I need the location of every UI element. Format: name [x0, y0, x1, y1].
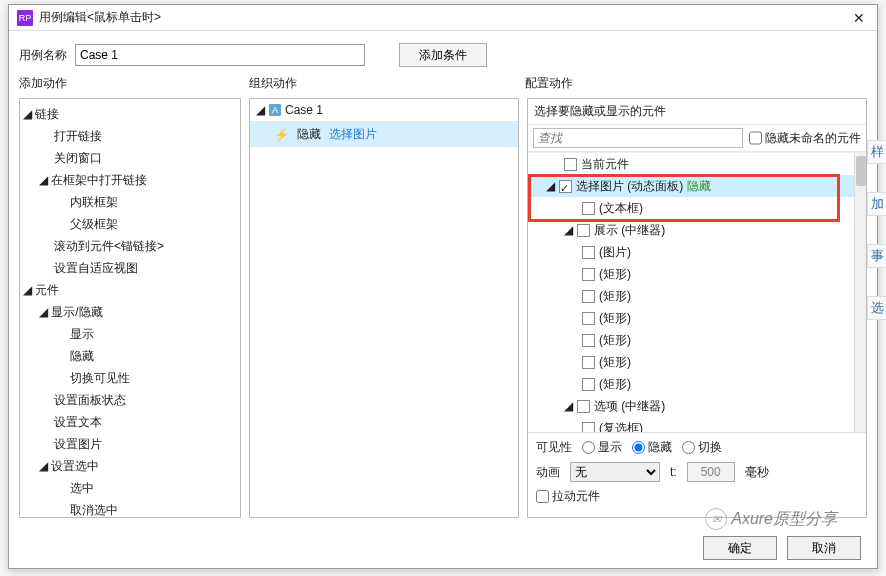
widget-checkbox[interactable] — [559, 180, 572, 193]
chevron-down-icon[interactable]: ◢ — [22, 103, 32, 125]
tree-unselect[interactable]: 取消选中 — [70, 503, 118, 517]
widget-label: (文本框) — [599, 197, 643, 219]
widget-checkbox[interactable] — [582, 312, 595, 325]
ok-button[interactable]: 确定 — [703, 536, 777, 560]
widget-row[interactable]: (矩形) — [528, 285, 854, 307]
dialog-title: 用例编辑<鼠标单击时> — [39, 9, 843, 26]
chevron-down-icon[interactable]: ◢ — [546, 175, 555, 197]
dialog-footer: 确定 取消 — [703, 536, 861, 560]
tree-hide[interactable]: 隐藏 — [70, 349, 94, 363]
t-label: t: — [670, 465, 677, 479]
tree-link[interactable]: 链接 — [35, 107, 59, 121]
organize-panel: ◢ A Case 1 ⚡ 隐藏 选择图片 — [249, 98, 519, 518]
chevron-down-icon[interactable]: ◢ — [256, 103, 265, 117]
widget-checkbox[interactable] — [582, 268, 595, 281]
duration-input[interactable] — [687, 462, 735, 482]
chevron-down-icon[interactable]: ◢ — [38, 455, 48, 477]
chevron-down-icon[interactable]: ◢ — [564, 395, 573, 417]
push-widgets-checkbox[interactable]: 拉动元件 — [536, 488, 600, 505]
widget-row[interactable]: 当前元件 — [528, 153, 854, 175]
add-condition-button[interactable]: 添加条件 — [399, 43, 487, 67]
case-name-label: 用例名称 — [19, 47, 67, 64]
search-input[interactable] — [533, 128, 743, 148]
widget-row[interactable]: (矩形) — [528, 351, 854, 373]
widget-label: (矩形) — [599, 285, 631, 307]
widget-row[interactable]: (矩形) — [528, 329, 854, 351]
close-icon[interactable]: ✕ — [843, 10, 875, 26]
tree-show[interactable]: 显示 — [70, 327, 94, 341]
tree-open-in-frame[interactable]: 在框架中打开链接 — [51, 173, 147, 187]
widget-row[interactable]: (矩形) — [528, 373, 854, 395]
tree-widget[interactable]: 元件 — [35, 283, 59, 297]
tree-toggle-vis[interactable]: 切换可见性 — [70, 371, 130, 385]
chevron-down-icon[interactable]: ◢ — [22, 279, 32, 301]
widget-checkbox[interactable] — [582, 290, 595, 303]
widget-label: (矩形) — [599, 373, 631, 395]
tree-show-hide[interactable]: 显示/隐藏 — [51, 305, 102, 319]
animation-select[interactable]: 无 — [570, 462, 660, 482]
tree-set-text[interactable]: 设置文本 — [54, 415, 102, 429]
action-tree[interactable]: ◢ 链接 打开链接 关闭窗口 ◢ 在框架中打开链接 内联框架 父级框架 滚动到元… — [20, 99, 240, 518]
widget-label: 展示 (中继器) — [594, 219, 665, 241]
scrollbar-thumb[interactable] — [856, 156, 866, 186]
case-icon: A — [269, 104, 281, 116]
widget-state: 隐藏 — [687, 175, 711, 197]
chevron-down-icon[interactable]: ◢ — [564, 219, 573, 241]
tree-close-window[interactable]: 关闭窗口 — [54, 151, 102, 165]
options: 可见性 显示 隐藏 切换 动画 无 t: 毫秒 拉动元件 — [528, 432, 866, 517]
widget-checkbox[interactable] — [577, 400, 590, 413]
widget-row[interactable]: ◢ 选项 (中继器) — [528, 395, 854, 417]
radio-toggle[interactable]: 切换 — [682, 439, 722, 456]
widget-label: 当前元件 — [581, 153, 629, 175]
titlebar: RP 用例编辑<鼠标单击时> ✕ — [9, 5, 877, 31]
chevron-down-icon[interactable]: ◢ — [38, 169, 48, 191]
tree-inline-frame[interactable]: 内联框架 — [70, 195, 118, 209]
widget-row[interactable]: (矩形) — [528, 307, 854, 329]
case-name-input[interactable] — [75, 44, 365, 66]
tree-adaptive-view[interactable]: 设置自适应视图 — [54, 261, 138, 275]
widget-checkbox[interactable] — [564, 158, 577, 171]
widget-row[interactable]: (矩形) — [528, 263, 854, 285]
widget-label: (矩形) — [599, 329, 631, 351]
section-add-action: 添加动作 — [19, 75, 249, 92]
action-name: 隐藏 — [297, 126, 321, 143]
case-editor-dialog: RP 用例编辑<鼠标单击时> ✕ 用例名称 添加条件 添加动作 组织动作 配置动… — [8, 4, 878, 569]
widget-checkbox[interactable] — [582, 378, 595, 391]
widget-checkbox[interactable] — [577, 224, 590, 237]
widget-row[interactable]: (图片) — [528, 241, 854, 263]
lightning-icon: ⚡ — [274, 128, 289, 142]
tree-set-image[interactable]: 设置图片 — [54, 437, 102, 451]
ms-label: 毫秒 — [745, 464, 769, 481]
widget-label: (矩形) — [599, 307, 631, 329]
widget-row[interactable]: ◢ 展示 (中继器) — [528, 219, 854, 241]
tree-select[interactable]: 选中 — [70, 481, 94, 495]
widget-list[interactable]: 当前元件◢ 选择图片 (动态面板) 隐藏 (文本框)◢ 展示 (中继器) (图片… — [528, 153, 854, 432]
radio-show[interactable]: 显示 — [582, 439, 622, 456]
tree-scroll-anchor[interactable]: 滚动到元件<锚链接> — [54, 239, 164, 253]
animation-label: 动画 — [536, 464, 560, 481]
widget-checkbox[interactable] — [582, 422, 595, 433]
section-configure: 配置动作 — [525, 75, 867, 92]
widget-row[interactable]: ◢ 选择图片 (动态面板) 隐藏 — [528, 175, 854, 197]
chevron-down-icon[interactable]: ◢ — [38, 301, 48, 323]
widget-checkbox[interactable] — [582, 356, 595, 369]
case-name-row: 用例名称 添加条件 — [9, 31, 877, 75]
tree-parent-frame[interactable]: 父级框架 — [70, 217, 118, 231]
cancel-button[interactable]: 取消 — [787, 536, 861, 560]
configure-header: 选择要隐藏或显示的元件 — [528, 99, 866, 125]
radio-hide[interactable]: 隐藏 — [632, 439, 672, 456]
action-target: 选择图片 — [329, 126, 377, 143]
case-row[interactable]: ◢ A Case 1 — [250, 99, 518, 122]
tree-set-selected[interactable]: 设置选中 — [51, 459, 99, 473]
configure-panel: 选择要隐藏或显示的元件 隐藏未命名的元件 当前元件◢ 选择图片 (动态面板) 隐… — [527, 98, 867, 518]
widget-checkbox[interactable] — [582, 202, 595, 215]
widget-row[interactable]: (文本框) — [528, 197, 854, 219]
action-row[interactable]: ⚡ 隐藏 选择图片 — [250, 122, 518, 147]
tree-panel-state[interactable]: 设置面板状态 — [54, 393, 126, 407]
widget-row[interactable]: (复选框) — [528, 417, 854, 432]
widget-checkbox[interactable] — [582, 334, 595, 347]
hide-unnamed-checkbox[interactable]: 隐藏未命名的元件 — [749, 128, 861, 148]
widget-checkbox[interactable] — [582, 246, 595, 259]
tree-open-link[interactable]: 打开链接 — [54, 129, 102, 143]
scrollbar[interactable] — [854, 153, 866, 432]
